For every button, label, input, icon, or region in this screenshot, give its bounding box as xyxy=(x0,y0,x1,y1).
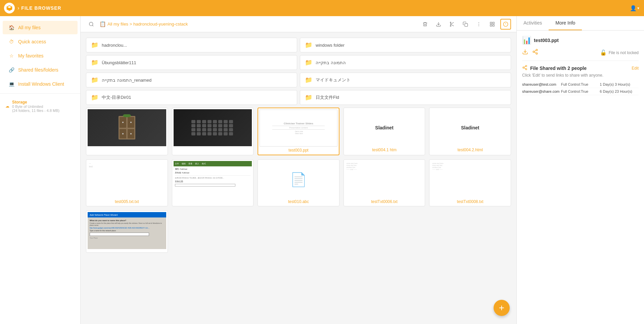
share-person-1: shareuser@test.com Full Control:True 1 D… xyxy=(522,81,639,88)
sidebar-label-install: Install Windows Client xyxy=(18,81,64,87)
thumb-name xyxy=(212,198,213,200)
storage-detail1: 0 Byte of Unlimited xyxy=(12,105,59,109)
thumb-preview: 文件编辑查看插入格式 属性: FailUser 所有者: FullUser 如果… xyxy=(174,161,252,198)
top-header: › FILE BROWSER 👤 ▼ xyxy=(0,0,644,16)
star-icon: ☆ xyxy=(8,52,15,59)
download-button[interactable] xyxy=(433,19,444,30)
copy-button[interactable] xyxy=(460,19,471,30)
svg-point-31 xyxy=(533,51,535,53)
sidebar-item-shared[interactable]: 🔗 Shared files/folders xyxy=(3,63,78,77)
file-thumb-test003[interactable]: Clinician Trainer Slides Presentation co… xyxy=(258,108,339,155)
cut-button[interactable] xyxy=(447,19,457,30)
info-button[interactable] xyxy=(500,19,511,30)
svg-rect-15 xyxy=(493,25,494,26)
sidebar-item-favorites[interactable]: ☆ My favorites xyxy=(3,49,78,63)
folder-item[interactable]: 📁 Übungsblätter111 xyxy=(86,55,297,70)
thumb-preview: Sladinet xyxy=(345,109,424,146)
folder-item[interactable]: 📁 hadronclou... xyxy=(86,38,297,52)
folder-item[interactable]: 📁 中文-目录Dir01 xyxy=(86,90,297,105)
thumb-name: test005.txt.txt xyxy=(114,198,139,205)
file-info-actions: 🔓 File is not locked xyxy=(522,49,639,56)
folder-item[interactable]: 📁 windows folder xyxy=(300,38,511,52)
file-thumb-dialog[interactable]: Add Network Place Wizard What do you wan… xyxy=(86,210,168,253)
ppt-preview: Clinician Trainer Slides Presentation co… xyxy=(260,110,337,147)
thumb-preview xyxy=(174,109,252,146)
share-action-btn[interactable] xyxy=(532,49,538,56)
file-thumb-photo1[interactable] xyxy=(86,108,168,155)
dialog-preview: Add Network Place Wizard What do you wan… xyxy=(88,212,166,249)
file-thumb-testtxt0006[interactable]: some text here more text line another li… xyxy=(343,159,425,206)
folder-name: התמונה בתקייה xyxy=(316,60,346,65)
user-icon: 👤 xyxy=(630,5,637,11)
share-expiry-2: 6 Day(s) 23 Hour(s) xyxy=(600,89,639,93)
sidebar-label-favorites: My favorites xyxy=(18,53,43,58)
folder-name: マイドキュメント xyxy=(316,77,351,83)
folder-name: 中文-目录Dir01 xyxy=(102,94,131,100)
svg-point-35 xyxy=(525,65,527,67)
share-email-2: shareuser@share.com xyxy=(522,89,561,93)
folder-name: windows folder xyxy=(316,43,344,48)
folder-item[interactable]: 📁 התמונה בתקייה xyxy=(300,55,511,70)
svg-line-33 xyxy=(534,52,536,53)
svg-point-24 xyxy=(122,122,124,123)
share-subtitle: Click 'Edit' to send links to share with… xyxy=(522,73,639,78)
home-icon: 🏠 xyxy=(8,24,15,31)
thumb-name: test003.ppt xyxy=(288,147,309,153)
more-button[interactable] xyxy=(473,19,484,30)
thumb-name: testTxt0006.txt xyxy=(370,198,398,205)
file-info-name: test003.ppt xyxy=(534,38,559,43)
thumb-name: testTxt0008.txt xyxy=(456,198,484,205)
toolbar: 📋 All my files > hadroncloud-yuening-cst… xyxy=(81,16,516,32)
tab-activities[interactable]: Activities xyxy=(517,16,549,30)
file-thumb-test005[interactable]: ··· test test005.txt.txt xyxy=(86,159,168,206)
right-panel-tabs: Activities More Info xyxy=(517,16,644,31)
txt-preview: ··· test xyxy=(88,161,166,198)
delete-button[interactable] xyxy=(420,19,430,30)
folder-name: 日文文件Fld xyxy=(316,94,339,100)
folder-item[interactable]: 📁 התמונה בתקייה_renamed xyxy=(86,73,297,87)
thumb-preview: some text here more text line another li… xyxy=(345,161,424,198)
thumb-name: test004.1 htm xyxy=(371,146,397,153)
folder-item[interactable]: 📁 マイドキュメント xyxy=(300,73,511,87)
share-edit-button[interactable]: Edit xyxy=(632,66,639,71)
share-icon: 🔗 xyxy=(8,67,15,73)
folder-icon: 📁 xyxy=(91,41,98,49)
svg-line-38 xyxy=(524,68,526,69)
user-menu[interactable]: 👤 ▼ xyxy=(630,5,640,11)
svg-rect-13 xyxy=(493,22,494,24)
sidebar-item-quick-access[interactable]: ⏱ Quick access xyxy=(3,35,78,48)
txt-lines-preview: some text here more text line another li… xyxy=(345,161,424,198)
file-thumb-testtxt0008[interactable]: some text here more text line another li… xyxy=(429,159,511,206)
folder-name: התמונה בתקייה_renamed xyxy=(102,78,151,83)
sladinet-preview2: Sladinet xyxy=(431,109,509,146)
grid-view-button[interactable] xyxy=(487,19,498,30)
svg-point-3 xyxy=(450,26,451,27)
right-panel-content: 📊 test003.ppt 🔓 File is not locked xyxy=(517,31,644,324)
thumb-preview xyxy=(88,109,166,146)
download-action-btn[interactable] xyxy=(522,49,528,56)
file-thumb-test004-1[interactable]: Sladinet test004.1 htm xyxy=(343,108,425,155)
file-grid-container: 📁 hadronclou... 📁 windows folder 📁 Übung… xyxy=(81,32,516,324)
file-icon: 📄 xyxy=(290,172,307,188)
folder-item[interactable]: 📁 日文文件Fld xyxy=(300,90,511,105)
tab-more-info[interactable]: More Info xyxy=(549,16,582,30)
file-thumb-chinese-window[interactable]: 文件编辑查看插入格式 属性: FailUser 所有者: FullUser 如果… xyxy=(172,159,254,206)
laptop-icon: 💻 xyxy=(8,81,15,87)
thumb-preview: 📄 xyxy=(259,161,338,198)
fab-add-button[interactable]: + xyxy=(494,300,510,316)
file-info-header: 📊 test003.ppt xyxy=(522,36,639,45)
search-button[interactable] xyxy=(86,19,97,30)
sidebar-item-install[interactable]: 💻 Install Windows Client xyxy=(3,77,78,91)
svg-rect-12 xyxy=(490,22,492,24)
file-thumb-test010[interactable]: 📄 test010.abc xyxy=(258,159,339,206)
thumb-name xyxy=(212,146,213,148)
file-thumb-photo2[interactable] xyxy=(172,108,254,155)
keyboard-visual xyxy=(191,120,234,135)
thumb-preview: Clinician Trainer Slides Presentation co… xyxy=(260,110,337,147)
thumb-preview: some text here more text line another li… xyxy=(431,161,509,198)
svg-point-0 xyxy=(89,22,93,26)
txt-lines-preview2: some text here more text line another li… xyxy=(431,161,509,198)
file-thumb-test004-2[interactable]: Sladinet test004.2.html xyxy=(429,108,511,155)
svg-point-10 xyxy=(478,24,479,25)
sidebar-item-all-files[interactable]: 🏠 All my files xyxy=(3,21,78,34)
